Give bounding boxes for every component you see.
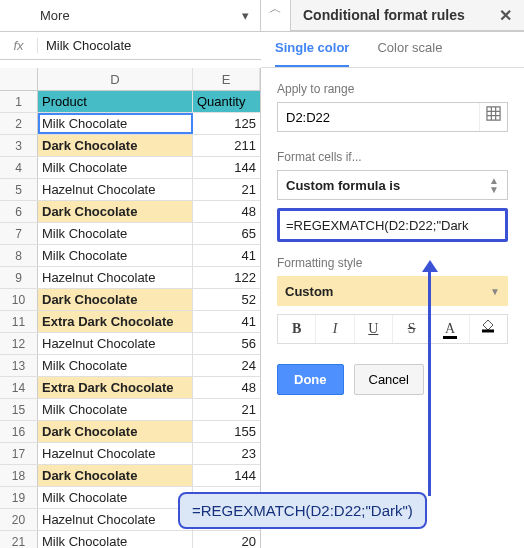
cell[interactable]: Milk Chocolate <box>38 355 193 376</box>
style-select[interactable]: Custom ▼ <box>277 276 508 306</box>
style-value: Custom <box>285 284 333 299</box>
tab-single-color[interactable]: Single color <box>275 40 349 67</box>
text-color-button[interactable]: A <box>430 315 468 343</box>
cell[interactable]: Hazelnut Chocolate <box>38 509 193 530</box>
italic-button[interactable]: I <box>315 315 353 343</box>
row-header[interactable]: 19 <box>0 487 38 508</box>
cell[interactable]: Hazelnut Chocolate <box>38 267 193 288</box>
cell[interactable]: Dark Chocolate <box>38 465 193 486</box>
cell[interactable]: 24 <box>193 355 260 376</box>
select-all-cell[interactable] <box>0 68 38 90</box>
row-header[interactable]: 13 <box>0 355 38 376</box>
underline-button[interactable]: U <box>354 315 392 343</box>
row-header[interactable]: 2 <box>0 113 38 134</box>
cell[interactable]: 144 <box>193 465 260 486</box>
cell[interactable]: Milk Chocolate <box>38 399 193 420</box>
cell[interactable]: 155 <box>193 421 260 442</box>
condition-select[interactable]: Custom formula is ▲▼ <box>277 170 508 200</box>
cell[interactable]: Product <box>38 91 193 112</box>
row-header[interactable]: 21 <box>0 531 38 548</box>
row-header[interactable]: 5 <box>0 179 38 200</box>
cell[interactable]: Milk Chocolate <box>38 487 193 508</box>
cell[interactable]: 23 <box>193 443 260 464</box>
cell[interactable]: 21 <box>193 179 260 200</box>
cell[interactable]: 20 <box>193 531 260 548</box>
row-header[interactable]: 8 <box>0 245 38 266</box>
table-row: 3Dark Chocolate211 <box>0 135 260 157</box>
cell[interactable]: 122 <box>193 267 260 288</box>
cell[interactable]: Milk Chocolate <box>38 157 193 178</box>
cell[interactable]: Quantity <box>193 91 260 112</box>
cell[interactable]: Hazelnut Chocolate <box>38 443 193 464</box>
more-menu[interactable]: More <box>40 2 230 29</box>
cell[interactable]: Milk Chocolate <box>38 531 193 548</box>
cell[interactable]: 21 <box>193 399 260 420</box>
chevron-up-icon[interactable]: ︿ <box>261 0 291 31</box>
cell[interactable]: Dark Chocolate <box>38 289 193 310</box>
row-header[interactable]: 7 <box>0 223 38 244</box>
cell[interactable]: Milk Chocolate <box>38 113 193 134</box>
cell[interactable]: 41 <box>193 245 260 266</box>
cell[interactable]: 144 <box>193 157 260 178</box>
formula-input[interactable]: =REGEXMATCH(D2:D22;"Dark <box>277 208 508 242</box>
table-row: 11Extra Dark Chocolate41 <box>0 311 260 333</box>
strike-button[interactable]: S <box>392 315 430 343</box>
cell[interactable]: Dark Chocolate <box>38 421 193 442</box>
cell[interactable]: 48 <box>193 201 260 222</box>
table-row: 7Milk Chocolate65 <box>0 223 260 245</box>
updown-icon: ▲▼ <box>489 176 499 194</box>
fill-color-button[interactable] <box>469 315 507 343</box>
row-header[interactable]: 6 <box>0 201 38 222</box>
col-header-e[interactable]: E <box>193 68 260 90</box>
close-icon[interactable]: ✕ <box>499 6 512 25</box>
row-header[interactable]: 10 <box>0 289 38 310</box>
cell[interactable]: Dark Chocolate <box>38 135 193 156</box>
row-header[interactable]: 3 <box>0 135 38 156</box>
format-toolbar: B I U S A <box>277 314 508 344</box>
fx-label: fx <box>0 38 38 53</box>
row-header[interactable]: 9 <box>0 267 38 288</box>
cell[interactable]: Dark Chocolate <box>38 201 193 222</box>
row-header[interactable]: 1 <box>0 91 38 112</box>
row-header[interactable]: 12 <box>0 333 38 354</box>
table-row: 14Extra Dark Chocolate48 <box>0 377 260 399</box>
cell[interactable]: Extra Dark Chocolate <box>38 377 193 398</box>
row-header[interactable]: 20 <box>0 509 38 530</box>
table-row: 17Hazelnut Chocolate23 <box>0 443 260 465</box>
cell[interactable]: Milk Chocolate <box>38 245 193 266</box>
cell[interactable]: Milk Chocolate <box>38 223 193 244</box>
table-row: 8Milk Chocolate41 <box>0 245 260 267</box>
range-input[interactable] <box>278 110 479 125</box>
cell[interactable]: 48 <box>193 377 260 398</box>
callout-bubble: =REGEXMATCH(D2:D22;"Dark") <box>178 492 427 529</box>
table-row: 6Dark Chocolate48 <box>0 201 260 223</box>
callout-arrowhead <box>422 260 438 272</box>
cell[interactable]: Hazelnut Chocolate <box>38 179 193 200</box>
table-row: 1ProductQuantity <box>0 91 260 113</box>
row-header[interactable]: 14 <box>0 377 38 398</box>
cell[interactable]: 52 <box>193 289 260 310</box>
col-header-d[interactable]: D <box>38 68 193 90</box>
row-header[interactable]: 17 <box>0 443 38 464</box>
cell[interactable]: 211 <box>193 135 260 156</box>
cell[interactable]: 56 <box>193 333 260 354</box>
bold-button[interactable]: B <box>278 315 315 343</box>
row-header[interactable]: 11 <box>0 311 38 332</box>
row-header[interactable]: 4 <box>0 157 38 178</box>
table-row: 18Dark Chocolate144 <box>0 465 260 487</box>
callout-arrow <box>428 268 431 496</box>
cell[interactable]: 41 <box>193 311 260 332</box>
select-range-icon[interactable] <box>479 103 507 131</box>
cell[interactable]: 65 <box>193 223 260 244</box>
row-header[interactable]: 15 <box>0 399 38 420</box>
table-row: 15Milk Chocolate21 <box>0 399 260 421</box>
formula-bar[interactable]: Milk Chocolate <box>38 38 131 53</box>
row-header[interactable]: 16 <box>0 421 38 442</box>
tab-color-scale[interactable]: Color scale <box>377 40 442 67</box>
row-header[interactable]: 18 <box>0 465 38 486</box>
cell[interactable]: Hazelnut Chocolate <box>38 333 193 354</box>
done-button[interactable]: Done <box>277 364 344 395</box>
cell[interactable]: 125 <box>193 113 260 134</box>
cancel-button[interactable]: Cancel <box>354 364 424 395</box>
cell[interactable]: Extra Dark Chocolate <box>38 311 193 332</box>
